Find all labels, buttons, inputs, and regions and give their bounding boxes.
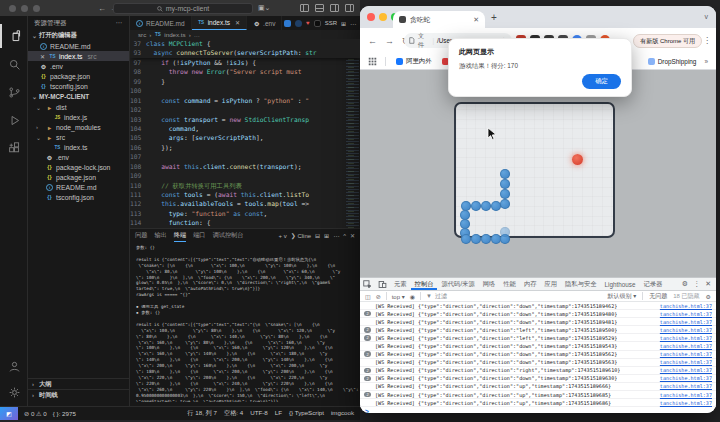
devtools-tab[interactable]: 元素 <box>390 278 411 290</box>
tree-item[interactable]: {}tsconfig.json <box>28 192 129 202</box>
editor-tab[interactable]: TSindex.ts✕ <box>192 16 247 30</box>
maximize-panel-icon[interactable]: ^ <box>343 233 346 239</box>
minimize-traffic-light[interactable] <box>21 5 28 12</box>
toggle-secondary-sidebar-icon[interactable] <box>330 4 339 12</box>
console-sidebar-icon[interactable]: ◫ <box>365 293 371 300</box>
editor-tab[interactable]: iREADME.md <box>130 16 192 30</box>
minimize-traffic-light[interactable] <box>379 13 387 21</box>
encoding[interactable]: UTF-8 <box>250 409 268 418</box>
panel-tab[interactable]: 调试控制台 <box>213 231 244 240</box>
devtools-tab[interactable]: 应用 <box>541 278 562 290</box>
panel-tab[interactable]: 输出 <box>154 231 166 240</box>
snake-game-canvas[interactable] <box>454 102 615 238</box>
extension-badge-icon[interactable] <box>284 20 291 27</box>
hidden-messages-count[interactable]: 18 已隐藏 <box>673 292 699 301</box>
devtools-tab[interactable]: 记录器 <box>639 278 666 290</box>
project-section[interactable]: ⌄MY-MCP-CLIENT <box>28 91 129 102</box>
source-link[interactable]: tanchishe.html:37 <box>654 303 712 309</box>
tree-item[interactable]: JSindex.js <box>28 112 129 122</box>
zoom-traffic-light[interactable] <box>33 5 40 12</box>
source-link[interactable]: tanchishe.html:37 <box>654 343 712 349</box>
terminal-profile-label[interactable]: ❯ Cline <box>291 232 311 239</box>
source-link[interactable]: tanchishe.html:37 <box>654 383 712 389</box>
tree-item[interactable]: ⌄▸src <box>28 132 129 142</box>
source-link[interactable]: tanchishe.html:37 <box>654 359 712 365</box>
toggle-panel-icon[interactable] <box>315 4 324 12</box>
source-link[interactable]: tanchishe.html:37 <box>654 311 712 317</box>
tree-item[interactable]: ⚙.env <box>28 152 129 162</box>
source-link[interactable]: tanchishe.html:37 <box>654 327 712 333</box>
open-editor-item[interactable]: {}tsconfig.json <box>28 81 129 91</box>
clear-console-icon[interactable]: ⊘ <box>376 293 381 300</box>
timeline-section[interactable]: ›时间线 <box>28 389 129 400</box>
toggle-sidebar-icon[interactable] <box>300 4 309 12</box>
devtools-tab[interactable]: 内存 <box>520 278 541 290</box>
panel-tab[interactable]: 端口 <box>193 231 205 240</box>
customize-layout-icon[interactable] <box>345 4 354 12</box>
forward-icon[interactable]: → <box>385 36 394 46</box>
bookmark-item[interactable]: DropShipping <box>648 58 697 65</box>
devtools-tab[interactable]: 性能 <box>499 278 520 290</box>
live-expression-eye-icon[interactable]: ◉ <box>410 293 415 300</box>
apps-grid-icon[interactable] <box>368 57 377 66</box>
console-prompt[interactable]: > <box>365 408 369 414</box>
device-toolbar-icon[interactable] <box>375 278 390 290</box>
open-editor-item[interactable]: ⚙.env <box>28 61 129 71</box>
devtools-tab[interactable]: 网络 <box>479 278 500 290</box>
tree-item[interactable]: ›▸node_modules <box>28 122 129 132</box>
devtools-tab[interactable]: 隐私与安全 <box>561 278 600 290</box>
source-link[interactable]: tanchishe.html:37 <box>654 319 712 325</box>
new-tab-icon[interactable]: + <box>491 13 497 23</box>
settings-gear-icon[interactable] <box>0 380 28 404</box>
open-editor-item[interactable]: {}package.json <box>28 71 129 81</box>
open-editors-section[interactable]: ⌄打开的编辑器 <box>28 30 129 41</box>
source-link[interactable]: tanchishe.html:37 <box>654 335 712 341</box>
cursor-position[interactable]: 行 18, 列 7 <box>187 409 217 418</box>
copilot-icon[interactable]: ▣⌄ <box>258 4 270 12</box>
close-traffic-light[interactable] <box>9 5 16 12</box>
source-link[interactable]: tanchishe.html:37 <box>654 351 712 357</box>
panel-more-icon[interactable]: ⋯ <box>333 232 339 239</box>
imgcook-extension[interactable]: imgcook <box>331 409 354 418</box>
remote-indicator[interactable]: ◩ <box>0 407 18 421</box>
browser-tab[interactable]: 贪吃蛇 ✕ <box>393 11 485 28</box>
devtools-tab[interactable]: 控制台 <box>411 278 438 290</box>
explorer-icon[interactable] <box>0 24 28 48</box>
heart-icon[interactable]: ♥ <box>306 20 310 26</box>
command-center-search[interactable]: my-mcp-client <box>113 3 253 14</box>
devtools-tab[interactable]: 源代码/来源 <box>437 278 478 290</box>
tree-item[interactable]: iREADME.md <box>28 182 129 192</box>
dialog-ok-button[interactable]: 确定 <box>582 74 621 89</box>
chrome-update-pill[interactable]: 有新版 Chrome 可用 <box>633 34 702 48</box>
explorer-more-icon[interactable]: ⋯ <box>116 19 124 27</box>
source-control-icon[interactable] <box>0 80 28 104</box>
panel-tab[interactable]: 问题 <box>135 231 147 240</box>
back-icon[interactable]: ← <box>368 36 377 46</box>
devtools-tab[interactable]: Lighthouse <box>601 278 640 290</box>
ssr-label[interactable]: SSR <box>325 20 337 26</box>
open-editor-item[interactable]: ✕TSindex.tssrc <box>28 51 129 61</box>
problems-status[interactable]: ⊘ 0 ⚠ 0 <box>24 410 47 417</box>
editor-more-icon[interactable]: ⋯ <box>350 20 356 27</box>
terminal-output[interactable]: 参数: {} result is {"content":[{"type":"te… <box>130 242 360 402</box>
kill-terminal-icon[interactable]: ⊞ <box>324 232 329 239</box>
devtools-menu-icon[interactable]: ⋮ <box>693 280 700 288</box>
source-link[interactable]: tanchishe.html:37 <box>654 375 712 381</box>
tab-search-icon[interactable]: v <box>705 13 709 20</box>
code-editor[interactable]: 37class MCPClient {93 async connectToSer… <box>130 39 360 228</box>
devtools-settings-icon[interactable]: ⚙ <box>682 280 688 288</box>
outline-section[interactable]: ›大纲 <box>28 378 129 389</box>
source-link[interactable]: tanchishe.html:37 <box>654 392 712 398</box>
language-mode[interactable]: {} TypeScript <box>289 409 324 418</box>
console-log[interactable]: [WS Received] {"type":"direction","direc… <box>360 302 716 407</box>
open-editor-item[interactable]: iREADME.md <box>28 41 129 51</box>
devtools-close-icon[interactable]: ✕ <box>705 280 711 288</box>
breadcrumb[interactable]: src› TS index.ts› … <box>130 30 360 39</box>
extension-circle-icon[interactable] <box>295 20 302 27</box>
tab-close-icon[interactable]: ✕ <box>473 16 479 24</box>
bookmarks-overflow-icon[interactable]: » <box>704 58 708 65</box>
log-level-select[interactable]: 默认级别 ▾ <box>608 292 637 301</box>
close-tab-icon[interactable]: ✕ <box>235 19 240 26</box>
bookmark-item[interactable]: 阿里内外 <box>396 57 432 66</box>
issues-status[interactable]: 无问题 <box>649 292 667 301</box>
